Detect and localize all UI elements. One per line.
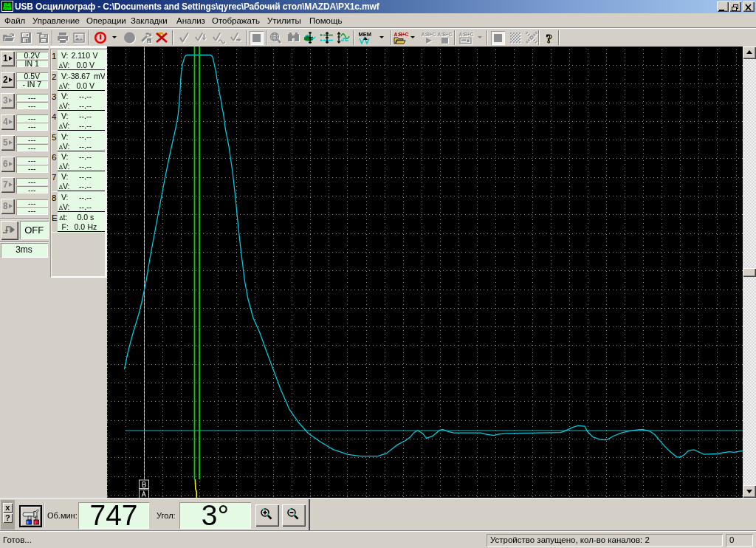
- svg-text:A:B+C: A:B+C: [422, 32, 436, 37]
- svg-text:MEM: MEM: [359, 31, 372, 38]
- svg-text:A:B+C: A:B+C: [438, 32, 453, 37]
- svg-text:A:B+C: A:B+C: [459, 32, 474, 37]
- svg-text:A:B+C: A:B+C: [394, 32, 409, 37]
- svg-text:?: ?: [546, 32, 553, 46]
